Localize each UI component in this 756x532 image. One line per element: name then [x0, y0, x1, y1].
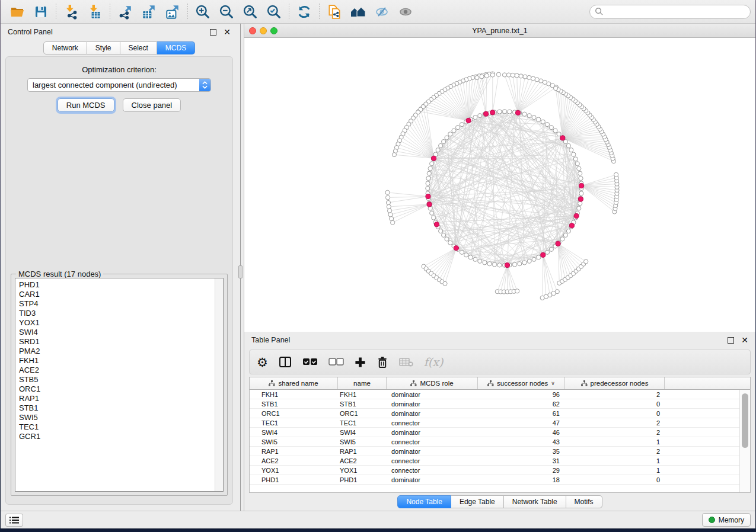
table-row[interactable]: PHD1PHD1dominator180	[250, 475, 739, 485]
column-header-MCDS-role[interactable]: MCDS role	[387, 377, 478, 389]
mcds-result-item[interactable]: STB5	[19, 375, 215, 384]
zoom-selected-icon	[266, 4, 282, 20]
apply-function-icon[interactable]: f(x)	[424, 354, 444, 370]
mcds-result-item[interactable]: TID3	[19, 309, 215, 318]
select-all-rows-icon[interactable]	[302, 354, 318, 370]
mcds-result-item[interactable]: PHD1	[19, 280, 215, 290]
mcds-result-item[interactable]: GCR1	[19, 432, 215, 441]
network-canvas[interactable]	[244, 38, 755, 332]
table-row[interactable]: YOX1YOX1connector291	[250, 466, 739, 475]
tab-mcds[interactable]: MCDS	[157, 41, 195, 55]
export-image-button[interactable]	[161, 2, 184, 21]
table-toolbar: ⚙	[249, 350, 751, 374]
table-cell: SWI4	[338, 429, 387, 436]
tab-select[interactable]: Select	[120, 41, 157, 55]
optimization-criterion-select[interactable]: largest connected component (undirected)	[27, 78, 211, 92]
close-panel-button[interactable]: Close panel	[123, 98, 181, 112]
import-network-button[interactable]	[59, 2, 83, 21]
table-row[interactable]: SWI5SWI5connector431	[250, 437, 739, 447]
table-row[interactable]: SWI4SWI4dominator462	[250, 428, 739, 437]
column-header-successor-nodes[interactable]: successor nodes∨	[478, 377, 565, 389]
column-header-name[interactable]: name	[338, 377, 387, 389]
show-all-button[interactable]	[394, 2, 417, 21]
mcds-result-item[interactable]: YOX1	[19, 318, 215, 328]
zoom-in-button[interactable]	[191, 2, 215, 21]
table-scrollbar[interactable]	[739, 390, 750, 492]
delete-rows-icon[interactable]	[377, 354, 388, 370]
network-graph[interactable]	[244, 38, 755, 332]
mcds-result-item[interactable]: RAP1	[19, 394, 215, 403]
table-cell: STB1	[338, 400, 387, 408]
column-header-predecessor-nodes[interactable]: predecessor nodes	[565, 377, 665, 389]
search-input[interactable]	[589, 5, 751, 19]
node-table[interactable]: shared namenameMCDS rolesuccessor nodes∨…	[249, 377, 751, 493]
mcds-result-item[interactable]: STP4	[19, 299, 215, 309]
open-file-button[interactable]	[5, 2, 29, 21]
table-cell: 35	[478, 448, 565, 455]
duplicate-network-button[interactable]	[323, 2, 346, 21]
zoom-selected-button[interactable]	[262, 2, 286, 21]
table-cell: RAP1	[250, 448, 338, 455]
table-cell: 2	[565, 429, 665, 436]
refresh-layout-button[interactable]	[292, 2, 316, 21]
mcds-result-item[interactable]: PMA2	[19, 347, 215, 356]
table-row[interactable]: ORC1ORC1dominator610	[250, 409, 739, 418]
tab-network[interactable]: Network	[43, 41, 87, 55]
mcds-result-item[interactable]: SWI5	[19, 413, 215, 422]
float-panel-icon[interactable]	[210, 29, 216, 36]
hide-selected-button[interactable]	[370, 2, 394, 21]
table-cell: ORC1	[250, 410, 338, 417]
deselect-all-rows-icon[interactable]	[328, 354, 344, 370]
export-network-button[interactable]	[113, 2, 137, 21]
control-panel-title: Control Panel	[8, 28, 53, 36]
attribute-type-icon	[269, 380, 275, 386]
table-row[interactable]: FKH1FKH1dominator962	[250, 390, 739, 399]
table-cell: 47	[478, 419, 565, 427]
close-panel-icon[interactable]: ✕	[741, 337, 748, 344]
mcds-result-item[interactable]: STB1	[19, 403, 215, 413]
memory-button[interactable]: Memory	[702, 513, 751, 527]
mcds-result-item[interactable]: ORC1	[19, 384, 215, 394]
table-panel: Table Panel ✕ ⚙	[244, 332, 755, 511]
scrollbar-thumb[interactable]	[742, 393, 748, 448]
mcds-result-list[interactable]: PHD1CAR1STP4TID3YOX1SWI4SRD1PMA2FKH1ACE2…	[15, 278, 224, 492]
tab-edge-table[interactable]: Edge Table	[451, 495, 504, 508]
tab-network-table[interactable]: Network Table	[504, 495, 566, 508]
table-row[interactable]: STB1STB1dominator620	[250, 399, 739, 409]
mcds-result-item[interactable]: FKH1	[19, 356, 215, 366]
panel-split-divider[interactable]	[238, 24, 244, 511]
list-icon	[9, 517, 19, 524]
table-row[interactable]: TEC1TEC1connector472	[250, 418, 739, 428]
zoom-out-button[interactable]	[215, 2, 238, 21]
mcds-result-item[interactable]: ACE2	[19, 366, 215, 375]
table-cell: SWI5	[250, 438, 338, 446]
table-cell: dominator	[387, 429, 478, 436]
mcds-list-scrollbar[interactable]	[215, 278, 223, 491]
network-view-window: YPA_prune.txt_1	[244, 24, 755, 332]
mcds-result-item[interactable]: CAR1	[19, 290, 215, 299]
table-row[interactable]: RAP1RAP1dominator352	[250, 447, 739, 456]
tab-node-table[interactable]: Node Table	[397, 495, 451, 508]
table-settings-icon[interactable]: ⚙	[257, 354, 268, 370]
export-table-button[interactable]	[137, 2, 161, 21]
tab-motifs[interactable]: Motifs	[566, 495, 602, 508]
delete-table-icon[interactable]	[399, 354, 413, 370]
menu-list-button[interactable]	[5, 514, 23, 527]
tab-style[interactable]: Style	[87, 41, 120, 55]
mcds-result-item[interactable]: SRD1	[19, 337, 215, 347]
add-row-icon[interactable]	[355, 354, 366, 370]
show-columns-icon[interactable]	[279, 354, 292, 370]
table-row[interactable]: ACE2ACE2connector311	[250, 456, 739, 466]
mcds-result-item[interactable]: SWI4	[19, 328, 215, 337]
import-table-button[interactable]	[83, 2, 107, 21]
search-field[interactable]	[604, 8, 745, 16]
close-panel-icon[interactable]: ✕	[224, 29, 231, 36]
divider-handle[interactable]	[238, 265, 243, 278]
first-neighbors-button[interactable]	[346, 2, 370, 21]
zoom-fit-button[interactable]	[238, 2, 262, 21]
column-header-shared-name[interactable]: shared name	[250, 377, 338, 389]
save-session-button[interactable]	[29, 2, 53, 21]
float-panel-icon[interactable]	[728, 337, 734, 344]
run-mcds-button[interactable]: Run MCDS	[58, 98, 114, 112]
mcds-result-item[interactable]: TEC1	[19, 422, 215, 432]
